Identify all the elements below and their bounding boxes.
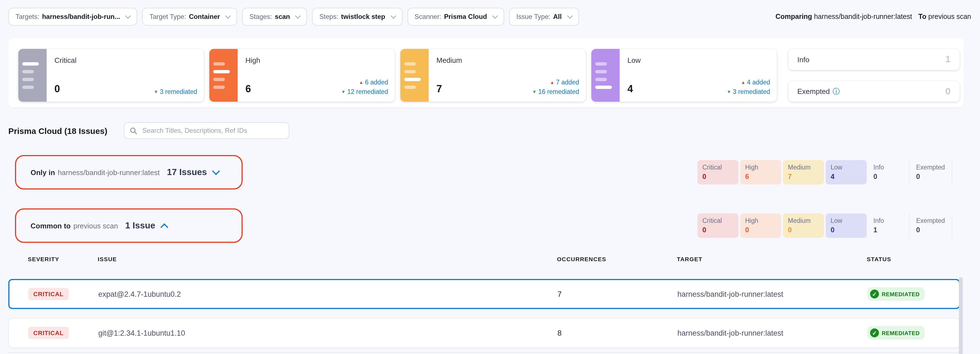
status-badge: ✓ REMEDIATED (867, 287, 925, 301)
target-cell: harness/bandit-job-runner:latest (678, 290, 867, 298)
severity-gauge-icon (400, 49, 429, 102)
filter-stages[interactable]: Stages: scan (242, 8, 307, 26)
added-delta: 6 added (365, 79, 388, 86)
filter-label: Stages: (249, 13, 272, 21)
filter-value: twistlock step (341, 13, 385, 21)
caret-down-remediated-icon: ▼ (727, 89, 731, 94)
filter-label: Scanner: (415, 13, 441, 21)
severity-summary-panel: Critical 0 ▼3 remediated High 6 ▲6 added… (8, 38, 964, 107)
scan-results-page: Targets: harness/bandit-job-run... Targe… (0, 0, 980, 354)
filter-bar: Targets: harness/bandit-job-run... Targe… (0, 0, 980, 26)
exempted-label: Exempted (797, 87, 830, 96)
filter-label: Issue Type: (516, 13, 550, 21)
remediated-delta: 16 remediated (538, 88, 579, 95)
filter-target-type[interactable]: Target Type: Container (142, 8, 237, 26)
added-delta: 4 added (747, 79, 770, 86)
group-prefix: Common to (30, 222, 70, 230)
severity-count: 4 (627, 83, 633, 95)
severity-gauge-icon (591, 49, 620, 102)
caret-up-added-icon: ▲ (741, 80, 745, 85)
severity-badge: CRITICAL (28, 327, 68, 339)
info-icon[interactable]: ⓘ (833, 88, 840, 95)
chevron-up-icon[interactable] (160, 223, 168, 231)
caret-down-remediated-icon: ▼ (154, 89, 158, 94)
occurrences-cell: 7 (557, 290, 678, 298)
remediated-delta: 3 remediated (733, 88, 770, 95)
severity-name: Medium (436, 56, 578, 64)
caret-down-remediated-icon: ▼ (341, 89, 346, 94)
group-common-to: Common to previous scan 1 Issue Critical… (0, 208, 980, 243)
group-count[interactable]: 1 Issue (125, 221, 156, 231)
vertical-scrollbar[interactable] (959, 277, 963, 354)
severity-card-critical[interactable]: Critical 0 ▼3 remediated (18, 49, 204, 102)
chip-critical: Critical 0 (697, 160, 738, 185)
filter-label: Steps: (320, 13, 339, 21)
page-title: Prisma Cloud (18 Issues) (8, 126, 107, 136)
severity-name: Critical (54, 56, 196, 64)
filter-value: Container (189, 13, 220, 21)
severity-name: High (245, 56, 387, 64)
chip-low: Low 4 (826, 160, 867, 185)
col-occurrences: OCCURRENCES (557, 256, 677, 262)
caret-down-remediated-icon: ▼ (532, 89, 537, 94)
chevron-down-icon[interactable] (212, 167, 220, 175)
filter-targets[interactable]: Targets: harness/bandit-job-run... (8, 8, 137, 26)
search-input[interactable] (141, 126, 283, 135)
remediated-delta: 12 remediated (347, 88, 388, 95)
chip-high: High 6 (740, 160, 781, 185)
filter-value: scan (275, 13, 290, 21)
group-scope: previous scan (73, 222, 118, 230)
severity-card-high[interactable]: High 6 ▲6 added ▼12 remediated (209, 49, 395, 102)
chip-exempted: Exempted 0 (911, 160, 952, 185)
caret-up-added-icon: ▲ (550, 80, 554, 85)
severity-name: Low (627, 56, 769, 64)
table-row[interactable]: CRITICAL expat@2.4.7-1ubuntu0.2 7 harnes… (8, 279, 960, 309)
filter-value: All (553, 13, 562, 21)
chip-high: High 0 (740, 214, 781, 238)
info-label: Info (797, 55, 809, 64)
added-delta: 7 added (556, 79, 579, 86)
group-prefix: Only in (30, 168, 55, 177)
row-divider (8, 352, 960, 353)
group-count[interactable]: 17 Issues (167, 167, 207, 177)
filters: Targets: harness/bandit-job-run... Targe… (8, 8, 579, 26)
info-card[interactable]: Info 1 (788, 49, 959, 70)
col-target: TARGET (677, 256, 867, 262)
chip-exempted: Exempted 0 (911, 214, 952, 238)
severity-card-low[interactable]: Low 4 ▲4 added ▼3 remediated (591, 49, 777, 102)
filter-issue-type[interactable]: Issue Type: All (509, 8, 579, 26)
exempted-card[interactable]: Exemptedⓘ 0 (788, 81, 959, 102)
comparing-label: Comparing (775, 13, 812, 21)
severity-count: 7 (436, 83, 442, 95)
col-status: STATUS (867, 256, 960, 262)
filter-value: Prisma Cloud (444, 13, 487, 21)
comparing-summary: Comparing harness/bandit-job-runner:late… (775, 13, 972, 21)
check-icon: ✓ (870, 290, 879, 298)
filter-scanner[interactable]: Scanner: Prisma Cloud (407, 8, 504, 26)
filter-value: harness/bandit-job-run... (42, 13, 120, 21)
chevron-down-icon (126, 13, 131, 19)
severity-card-medium[interactable]: Medium 7 ▲7 added ▼16 remediated (400, 49, 586, 102)
group-scope: harness/bandit-job-runner:latest (58, 168, 160, 177)
chevron-down-icon (226, 13, 231, 19)
group-only-in: Only in harness/bandit-job-runner:latest… (0, 155, 980, 190)
issues-table: CRITICAL expat@2.4.7-1ubuntu0.2 7 harnes… (8, 279, 960, 348)
annotation-highlight: Only in harness/bandit-job-runner:latest… (15, 155, 243, 190)
chip-critical: Critical 0 (697, 214, 738, 238)
exempted-count: 0 (945, 86, 951, 97)
check-icon: ✓ (870, 328, 879, 337)
remediated-delta: 3 remediated (160, 88, 197, 95)
table-row[interactable]: CRITICAL git@1:2.34.1-1ubuntu1.10 8 harn… (8, 318, 960, 348)
filter-steps[interactable]: Steps: twistlock step (312, 8, 402, 26)
col-severity: SEVERITY (28, 256, 98, 262)
filter-label: Target Type: (150, 13, 186, 21)
chip-medium: Medium 7 (783, 160, 824, 185)
chip-info: Info 0 (869, 160, 910, 185)
caret-up-added-icon: ▲ (359, 80, 363, 85)
chip-low: Low 0 (826, 214, 867, 238)
issue-cell: git@1:2.34.1-1ubuntu1.10 (98, 329, 557, 337)
severity-gauge-icon (209, 49, 238, 102)
chevron-down-icon (390, 13, 396, 19)
search-box[interactable] (124, 122, 290, 139)
search-icon (130, 127, 137, 134)
